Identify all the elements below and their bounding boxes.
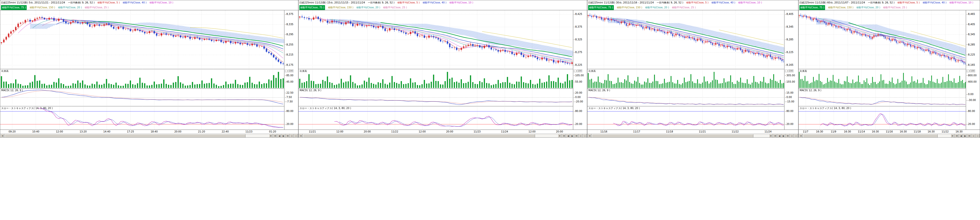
scrollbar-track[interactable] [592,134,769,138]
toolbar-fast-forward-button[interactable]: ≫ [286,134,290,138]
volume-axis-label: 400.00 [967,81,977,83]
chart-window: 日経225mini 11/12(限) 30分, 2011/11/16 - 201… [587,0,799,138]
chart-body: 出来高 MACD( 12, 26, 9 ) スロー・ストキャスティクス( 14,… [587,10,798,130]
price-axis-label: 8,165 [785,64,794,66]
scroll-right-button[interactable]: ► [269,134,273,138]
toolbar-zoom-out-button[interactable]: − [975,134,980,138]
toolbar-zoom-in-button[interactable]: ＋ [579,134,583,138]
price-axis-label: 8,325 [574,38,582,41]
chart-plot-area: 出来高 MACD( 12, 26, 9 ) スロー・ストキャスティクス( 14,… [0,10,284,130]
price-axis-label: 8,275 [574,51,582,54]
time-axis: 11/716:3011/916:3011/1416:3011/1616:3011… [799,130,980,134]
toolbar-back-button[interactable]: ◀ [277,134,282,138]
volume-axis-label: 105.00 [574,74,584,77]
horizontal-scrollbar: ◄ ► ≪◀▶≫＋− [299,134,587,138]
toolbar-zoom-out-button[interactable]: − [794,134,798,138]
toolbar-back-button[interactable]: ◀ [777,134,781,138]
volume-axis-label: 55.00 [574,81,582,83]
time-axis-label: 21:20 [198,130,205,133]
price-axis-label: 8,465 [967,13,975,16]
time-axis-label: 12:00 [528,130,536,133]
toolbar-forward-button[interactable]: ▶ [282,134,286,138]
scroll-left-button[interactable]: ◄ [299,134,303,138]
macd-axis-label: 0.00 [967,93,974,96]
toolbar-back-button[interactable]: ◀ [566,134,570,138]
time-axis-label: 11/17 [633,130,640,133]
legend-item: 移動平均(Close, 40 ) [923,0,947,5]
scrollbar-track[interactable] [303,134,558,138]
chart-canvas[interactable] [799,10,966,130]
toolbar-fast-forward-button[interactable]: ≫ [574,134,579,138]
toolbar-fast-back-button[interactable]: ≪ [955,134,959,138]
scroll-right-button[interactable]: ► [769,134,773,138]
legend-item: 移動平均(Close, 25 ) [883,5,907,10]
scrollbar-thumb[interactable] [803,134,938,138]
toolbar-zoom-in-button[interactable]: ＋ [971,134,975,138]
volume-unit-label: ×100 [967,70,975,72]
toolbar-fast-forward-button[interactable]: ≫ [967,134,971,138]
toolbar-fast-back-button[interactable]: ≪ [773,134,777,138]
scroll-right-button[interactable]: ► [558,134,562,138]
volume-axis-label: 800.00 [967,74,977,77]
chart-plot-area: 出来高 MACD( 12, 26, 9 ) スロー・ストキャスティクス( 14,… [799,10,966,130]
time-axis-label: 11/22 [942,130,949,133]
chart-header: 日経225mini 11/12(限) 60分, 2011/11/07 - 201… [799,0,980,10]
toolbar-zoom-out-button[interactable]: − [294,134,298,138]
time-axis: 11/1611/1711/1811/2111/2211/24 [587,130,798,134]
toolbar-fast-forward-button[interactable]: ≫ [786,134,790,138]
macd-axis-label: 20.00 [574,92,582,94]
toolbar-zoom-out-button[interactable]: − [583,134,587,138]
legend-item: 移動平均(Close, 25 ) [85,5,108,10]
stochastics-axis-label: 20.00 [785,123,794,125]
chart-title: 日経225mini 11/12(限) 60分, 2011/11/07 - 201… [799,0,865,5]
time-axis-label: 11/24 [501,130,508,133]
chart-toolbar: ≪◀▶≫＋− [562,134,587,138]
value-axis: 8,4658,4058,3458,2858,2258,165×100800.00… [966,10,980,130]
chart-canvas[interactable] [0,10,285,130]
scroll-right-button[interactable]: ► [951,134,955,138]
chart-body: 出来高 MACD( 12, 26, 9 ) スロー・ストキャスティクス( 14,… [799,10,980,130]
chart-canvas[interactable] [299,10,573,130]
scrollbar-thumb[interactable] [5,134,245,138]
legend-item: 移動平均(Close, 40 ) [711,0,735,5]
legend-item: 移動平均(Close, 10 ) [738,0,762,5]
chart-window: 日経225mini 11/12(限) 5分, 2011/11/21 - 2011… [0,0,298,138]
toolbar-fast-back-button[interactable]: ≪ [273,134,277,138]
time-axis-label: 13:20 [80,130,87,133]
scrollbar-track[interactable] [5,134,269,138]
time-axis-label: 14:40 [103,130,110,133]
scrollbar-thumb[interactable] [303,134,535,138]
chart-window: 日経225mini 11/12(限) 60分, 2011/11/07 - 201… [799,0,980,138]
price-axis-label: 8,225 [574,64,582,66]
scroll-left-button[interactable]: ◄ [799,134,803,138]
time-axis-label: 11/18 [914,130,921,133]
chart-header-row2: 移動平均(Close, 75 )移動平均(Close, 150 )移動平均(Cl… [587,5,798,10]
macd-axis-label: -30.00 [967,99,976,101]
toolbar-fast-back-button[interactable]: ≪ [562,134,566,138]
toolbar-forward-button[interactable]: ▶ [963,134,967,138]
chart-header: 日経225mini 11/12(限) 15分, 2011/11/15 - 201… [299,0,587,10]
toolbar-back-button[interactable]: ◀ [959,134,963,138]
toolbar-zoom-in-button[interactable]: ＋ [290,134,294,138]
legend-item: 移動平均(Close, 10 ) [950,0,973,5]
time-axis-label: 11/16 [600,130,608,133]
toolbar-zoom-in-button[interactable]: ＋ [790,134,794,138]
time-axis: 11/2112:0020:0011/2212:0020:0011/2311/24… [299,130,587,134]
scrollbar-thumb[interactable] [592,134,753,138]
chart-title: 日経225mini 11/12(限) 15分, 2011/11/15 - 201… [299,0,365,5]
price-axis-label: 8,225 [967,54,975,56]
scroll-left-button[interactable]: ◄ [0,134,5,138]
volume-axis-label: 45.00 [285,81,293,83]
toolbar-forward-button[interactable]: ▶ [781,134,786,138]
scroll-left-button[interactable]: ◄ [587,134,592,138]
scrollbar-track[interactable] [803,134,951,138]
time-axis-label: 16:30 [900,130,907,133]
price-axis-label: 8,225 [785,51,794,54]
legend-item: 移動平均(Close, 25 ) [383,5,407,10]
legend-item: 移動平均(Close, 20 ) [856,5,880,10]
chart-header: 日経225mini 11/12(限) 5分, 2011/11/21 - 2011… [0,0,298,10]
toolbar-forward-button[interactable]: ▶ [570,134,574,138]
chart-header-row1: 日経225mini 11/12(限) 30分, 2011/11/16 - 201… [587,0,798,5]
chart-canvas[interactable] [587,10,784,130]
legend-item: 一目均衡表( 9, 26, 52 ) [68,0,95,5]
